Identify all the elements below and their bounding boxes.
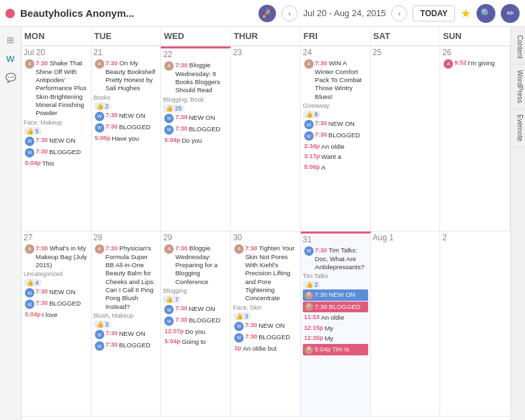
event-3[interactable]: W 7:30 BLOGGED bbox=[303, 131, 368, 141]
event-4[interactable]: 5:06p Have you bbox=[94, 134, 159, 143]
event-1[interactable]: A 7:30 Tighten Your Skin Not Pores With … bbox=[233, 244, 298, 304]
avatar: W bbox=[25, 300, 34, 309]
event-2[interactable]: W 7:30 NEW ON bbox=[163, 113, 228, 124]
event-7[interactable]: 5:06p A bbox=[303, 163, 368, 172]
brand-dot bbox=[5, 9, 15, 18]
date-22: 22 bbox=[163, 50, 228, 59]
cell-2[interactable]: 2 bbox=[440, 232, 510, 417]
event-2[interactable]: W 7:30 NEW ON bbox=[303, 119, 368, 130]
event-1[interactable]: A 7:30 Physician's Formula Super BB All-… bbox=[94, 244, 159, 312]
event-3[interactable]: W 7:30 BLOGGED bbox=[94, 341, 159, 351]
day-header-sun: SUN bbox=[440, 27, 510, 45]
event-1[interactable]: A 7:30 Bloggie Wednesday: 8 Books Blogge… bbox=[163, 61, 228, 96]
event-2[interactable]: W 7:30 NEW ON bbox=[24, 287, 89, 298]
event-6[interactable]: 3:17p Want a bbox=[303, 152, 368, 162]
tag: Uncategorized bbox=[24, 271, 89, 277]
day-header-thur: THUR bbox=[231, 27, 301, 45]
cell-28[interactable]: 28 A 7:30 Physician's Formula Super BB A… bbox=[92, 232, 162, 417]
cell-jul20[interactable]: Jul 20 A 7:30 Shake That Shine Off With … bbox=[22, 46, 92, 232]
date-aug1: Aug 1 bbox=[373, 233, 438, 242]
date-range: Jul 20 - Aug 24, 2015 bbox=[303, 8, 386, 18]
avatar: A bbox=[95, 59, 104, 69]
event-3[interactable]: W 7:30 BLOGGED bbox=[163, 125, 228, 135]
rocket-icon[interactable]: 🚀 bbox=[258, 5, 276, 22]
grid-icon[interactable]: ⊞ bbox=[3, 32, 18, 47]
tab-content[interactable]: Content bbox=[511, 30, 525, 65]
event-4[interactable]: 12:07p Do you bbox=[163, 327, 228, 337]
date-27: 27 bbox=[24, 233, 89, 242]
event-4[interactable]: 2p An oldie but bbox=[233, 344, 298, 353]
avatar: A bbox=[25, 244, 34, 254]
event-3[interactable]: W 7:30 BLOGGED bbox=[94, 123, 159, 133]
event-5[interactable]: 2:34p An oldie bbox=[303, 142, 368, 151]
event-7[interactable]: 12:35p My bbox=[303, 334, 368, 343]
avatar: W bbox=[25, 148, 34, 158]
event-3[interactable]: W 7:30 BLOGGED bbox=[163, 316, 228, 326]
cell-aug1[interactable]: Aug 1 bbox=[371, 232, 441, 417]
event-2[interactable]: W 7:30 NEW ON bbox=[163, 304, 228, 315]
event-1[interactable]: A 7:30 Bloggie Wednesday: Preparing for … bbox=[163, 244, 228, 287]
cell-29[interactable]: 29 A 7:30 Bloggie Wednesday: Preparing f… bbox=[161, 232, 231, 417]
date-23: 23 bbox=[233, 48, 298, 57]
event-1[interactable]: A 7:30 On My Beauty Bookshelf Pretty Hon… bbox=[94, 59, 159, 94]
event-3[interactable]: W 7:30 BLOGGED bbox=[24, 147, 89, 158]
day-header-mon: MON bbox=[22, 27, 92, 45]
day-header-tue: TUE bbox=[92, 27, 162, 45]
avatar: W bbox=[25, 288, 34, 298]
event-5[interactable]: 11:53 An oldie bbox=[303, 313, 368, 322]
event-3[interactable]: W 7:30 BLOGGED bbox=[24, 299, 89, 310]
event-1[interactable]: A 9:52 I'm giving bbox=[442, 59, 508, 69]
badge: 👍 2 bbox=[303, 281, 321, 289]
tag: Blush, Makeup bbox=[94, 312, 159, 319]
comment-icon[interactable]: 💬 bbox=[3, 70, 18, 85]
cell-26[interactable]: 26 A 9:52 I'm giving bbox=[440, 46, 510, 232]
cell-25[interactable]: 25 bbox=[371, 46, 441, 232]
avatar: W bbox=[234, 322, 244, 331]
day-header-sat: SAT bbox=[371, 27, 441, 45]
calendar-header: MON TUE WED THUR FRI SAT SUN bbox=[22, 27, 510, 46]
event-6[interactable]: 12:15p My bbox=[303, 324, 368, 333]
event-4[interactable]: 5:04p Do you bbox=[163, 136, 228, 145]
event-1[interactable]: A 7:30 WIN A Winter Comfort Pack To Comb… bbox=[303, 59, 368, 102]
event-3[interactable]: W 7:30 BLOGGED bbox=[233, 332, 298, 343]
event-1[interactable]: A 7:30 Shake That Shine Off With Antipod… bbox=[24, 59, 89, 118]
event-tim-is[interactable]: A 5:04p Tim is bbox=[303, 344, 368, 355]
avatar: W bbox=[164, 305, 174, 314]
nav-prev-button[interactable]: ‹ bbox=[281, 5, 298, 22]
event-4[interactable]: 5:04p This bbox=[24, 159, 89, 168]
cell-24[interactable]: 24 A 7:30 WIN A Winter Comfort Pack To C… bbox=[301, 46, 371, 232]
event-1[interactable]: A 7:30 What's in My Makeup Bag (July 201… bbox=[24, 244, 89, 270]
favorite-star-icon[interactable]: ★ bbox=[460, 6, 471, 21]
edit-button[interactable]: ✏ bbox=[501, 4, 520, 23]
tab-wordpress[interactable]: WordPress bbox=[511, 65, 525, 109]
badge: 👍 7 bbox=[163, 295, 181, 304]
badge: 👍 4 bbox=[24, 279, 42, 287]
cell-30[interactable]: 30 A 7:30 Tighten Your Skin Not Pores Wi… bbox=[231, 232, 301, 417]
event-2[interactable]: W 7:30 NEW ON bbox=[94, 329, 159, 340]
date-21: 21 bbox=[94, 48, 159, 57]
date-31: 31 bbox=[303, 235, 368, 244]
cell-23[interactable]: 23 bbox=[231, 46, 301, 232]
app-title: Beautyholics Anonym... bbox=[20, 7, 253, 19]
cell-31[interactable]: 31 W 7:30 Tim Talks: Doc, What Are Antid… bbox=[301, 232, 371, 417]
cell-22[interactable]: 22 A 7:30 Bloggie Wednesday: 8 Books Blo… bbox=[161, 46, 231, 232]
tab-evernote[interactable]: Evernote bbox=[511, 109, 525, 147]
cell-21[interactable]: 21 A 7:30 On My Beauty Bookshelf Pretty … bbox=[92, 46, 162, 232]
avatar: W bbox=[25, 137, 34, 146]
event-1[interactable]: W 7:30 Tim Talks: Doc, What Are Antidepr… bbox=[303, 246, 368, 272]
avatar: A bbox=[164, 244, 174, 254]
event-4[interactable]: 5:04p I love bbox=[24, 310, 89, 320]
wordpress-icon[interactable]: W bbox=[3, 51, 18, 66]
event-2[interactable]: W 7:30 NEW ON bbox=[233, 321, 298, 332]
event-5[interactable]: 5:04p Going to bbox=[163, 337, 228, 347]
event-highlight-new[interactable]: A 7:30 NEW ON bbox=[303, 289, 368, 300]
avatar: W bbox=[304, 120, 314, 129]
cell-27[interactable]: 27 A 7:30 What's in My Makeup Bag (July … bbox=[22, 232, 92, 417]
search-button[interactable]: 🔍 bbox=[477, 4, 495, 23]
avatar: W bbox=[234, 333, 244, 343]
event-2[interactable]: W 7:30 NEW ON bbox=[24, 136, 89, 147]
nav-next-button[interactable]: › bbox=[391, 5, 407, 22]
today-button[interactable]: TODAY bbox=[413, 5, 455, 22]
event-2[interactable]: W 7:30 NEW ON bbox=[94, 111, 159, 122]
event-highlight-blogged[interactable]: A 7:30 BLOGGED bbox=[303, 302, 368, 312]
